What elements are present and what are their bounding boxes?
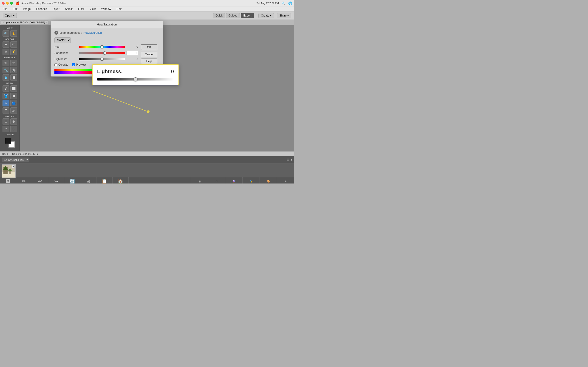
saturation-input[interactable]: 31	[127, 51, 138, 55]
styles-button[interactable]: 🎭 Styles	[242, 177, 259, 184]
doc-tab[interactable]: ✕ pretty snow.JPG @ 100% (RGB/8) *	[1, 20, 49, 25]
smudge-tool[interactable]: 🔵	[10, 100, 17, 106]
mode-tabs: Quick Guided Expert	[213, 13, 254, 18]
graphics-button[interactable]: 🎨 Graphics	[259, 177, 277, 184]
menu-view[interactable]: View	[89, 7, 97, 11]
cancel-button[interactable]: Cancel	[141, 52, 157, 57]
info-icon[interactable]: i	[54, 31, 58, 35]
create-button[interactable]: Create ▾	[258, 13, 274, 18]
saturation-slider-track[interactable]	[79, 51, 125, 55]
help-button[interactable]: Help	[141, 58, 157, 64]
doc-tab-close-icon[interactable]: ✕	[3, 21, 5, 24]
learn-more-link[interactable]: Hue/Saturation	[83, 31, 102, 34]
menu-image[interactable]: Image	[22, 7, 32, 11]
blur-tool[interactable]: 🔘	[10, 67, 17, 73]
draw-tools-row1: 🖌 ⬜	[0, 85, 19, 92]
gradient-tool[interactable]: ◼	[10, 93, 17, 99]
lightness-popup-thumb[interactable]	[133, 77, 138, 81]
menu-layer[interactable]: Layer	[52, 7, 61, 11]
quick-select-tool[interactable]: ⚡	[10, 49, 17, 55]
redo-button[interactable]: ↪ Redo	[48, 177, 64, 184]
dodge-tool[interactable]: 🔲	[10, 74, 17, 81]
menu-window[interactable]: Window	[100, 7, 112, 11]
undo-button[interactable]: ↩ Undo	[32, 177, 48, 184]
bin-list-icon[interactable]: ☰	[286, 158, 289, 161]
layout-button[interactable]: ⊞ Layout	[80, 177, 96, 184]
lightness-slider-thumb[interactable]	[100, 58, 104, 61]
saturation-label: Saturation:	[54, 51, 78, 55]
eye-tool[interactable]: 👁	[2, 60, 9, 66]
lasso-tool[interactable]: ⌾	[2, 49, 9, 55]
menu-filter[interactable]: Filter	[77, 7, 85, 11]
colorize-checkbox[interactable]	[54, 63, 57, 66]
brush-tool[interactable]: 🖌	[2, 85, 9, 92]
recompose-tool[interactable]: ⚙	[10, 118, 17, 125]
organizer-button[interactable]: 📋 Organizer	[96, 177, 112, 184]
hue-slider-track[interactable]	[79, 45, 125, 48]
photo-thumbnail[interactable]: ⊞	[2, 164, 16, 178]
rotate-button[interactable]: 🔄 Rotate	[64, 177, 80, 184]
liquify-tool[interactable]: ✂	[2, 126, 9, 132]
minimize-button[interactable]	[6, 2, 9, 5]
eraser-tool[interactable]: ⬜	[10, 85, 17, 92]
photo-bin-content: ⊞	[0, 163, 294, 179]
lightness-popup-slider[interactable]	[97, 78, 174, 81]
notification-icon[interactable]: 🌐	[288, 1, 292, 5]
paint-bucket-tool[interactable]: 🪣	[2, 93, 9, 99]
effects-button[interactable]: fx Effects	[208, 177, 225, 184]
move-tool[interactable]: ✛	[2, 41, 9, 48]
home-screen-button[interactable]: 🏠 Home Screen	[112, 177, 129, 184]
menu-enhance[interactable]: Enhance	[35, 7, 48, 11]
pencil-tool[interactable]: ✏	[2, 100, 9, 106]
hue-slider-thumb[interactable]	[100, 45, 104, 48]
lightness-slider-track[interactable]	[79, 58, 125, 61]
share-button[interactable]: Share ▾	[277, 13, 291, 18]
heal-tool[interactable]: ✏	[10, 60, 17, 66]
tab-expert[interactable]: Expert	[241, 13, 254, 18]
search-icon[interactable]: 🔍	[282, 1, 285, 5]
left-sidebar: VIEW 🔍 ✋ SELECT ✛ ⬚ ⌾ ⚡ ENHANCE 👁 ✏ 🔧 🔘 …	[0, 25, 20, 151]
marquee-tool[interactable]: ⬚	[10, 41, 17, 48]
crop-tool[interactable]: ⊡	[2, 118, 9, 125]
select-tools-row2: ⌾ ⚡	[0, 48, 19, 56]
layers-button[interactable]: ◧ Layers	[191, 177, 208, 184]
sponge-tool[interactable]: 💧	[2, 74, 9, 81]
photo-bin-panel: Show Open Files ☰ ▾ ⊞	[0, 156, 294, 177]
photo-bin-select[interactable]: Show Open Files	[2, 158, 29, 162]
type-tool[interactable]: T	[2, 107, 9, 114]
saturation-slider-thumb[interactable]	[103, 51, 106, 55]
lightness-popup[interactable]: Lightness: 0	[92, 64, 179, 85]
color-swatches[interactable]	[5, 138, 15, 148]
zoom-tool[interactable]: 🔍	[2, 30, 9, 37]
status-arrow[interactable]: ▶	[37, 152, 39, 156]
hand-tool[interactable]: ✋	[10, 30, 17, 37]
stamp-tool[interactable]: 🔧	[2, 67, 9, 73]
preview-checkbox[interactable]	[72, 63, 75, 66]
filters-button[interactable]: 🔮 Filters	[225, 177, 242, 184]
paint-tool[interactable]: 🖊	[10, 107, 17, 114]
tool-options-button[interactable]: ✏ Tool Options	[16, 177, 32, 184]
menu-file[interactable]: File	[2, 7, 8, 11]
close-button[interactable]	[2, 2, 5, 5]
maximize-button[interactable]	[10, 2, 13, 5]
photo-bin-button[interactable]: 🖼 Photo Bin	[0, 177, 16, 184]
bin-expand-icon[interactable]: ▾	[291, 158, 292, 161]
ok-button[interactable]: OK	[141, 44, 157, 50]
menu-select[interactable]: Select	[64, 7, 73, 11]
preview-checkbox-area[interactable]: Preview	[72, 63, 86, 66]
modify-tools-row2: ✂ ⬡	[0, 125, 19, 133]
menu-help[interactable]: Help	[115, 7, 123, 11]
tab-quick[interactable]: Quick	[213, 13, 225, 18]
graphics-label: Graphics	[264, 184, 273, 184]
menu-edit[interactable]: Edit	[12, 7, 18, 11]
tab-guided[interactable]: Guided	[226, 13, 240, 18]
colorize-checkbox-area[interactable]: Colorize	[54, 63, 69, 66]
open-button[interactable]: Open ▾	[3, 13, 17, 18]
channel-select[interactable]: Master	[54, 37, 71, 43]
modify-tools-row1: ⊡ ⚙	[0, 118, 19, 125]
more-button[interactable]: ⊕ More	[277, 177, 294, 184]
foreground-color-swatch[interactable]	[5, 138, 11, 144]
apple-menu-icon[interactable]: 🍎	[16, 1, 19, 5]
open-label: Open	[5, 14, 12, 17]
straighten-tool[interactable]: ⬡	[10, 126, 17, 132]
